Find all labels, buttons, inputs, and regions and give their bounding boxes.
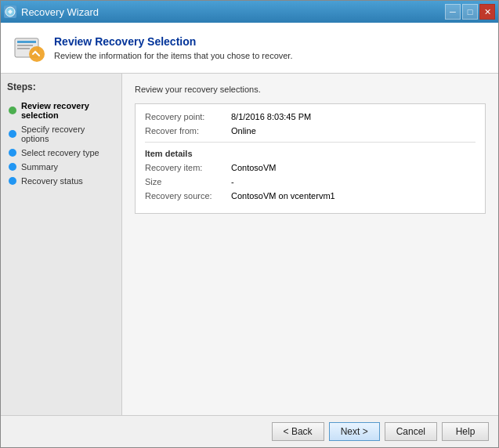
svg-rect-3: [17, 45, 33, 46]
sidebar-item-specify[interactable]: Specify recovery options: [7, 122, 115, 146]
step-dot-5: [9, 177, 16, 185]
footer: < Back Next > Cancel Help: [1, 415, 498, 447]
window-title: Recovery Wizard: [21, 6, 99, 18]
item-details-heading: Item details: [145, 142, 475, 158]
recovery-item-value: ContosoVM: [231, 163, 276, 172]
app-icon: [4, 5, 16, 18]
recover-from-row: Recover from: Online: [145, 126, 475, 135]
svg-rect-2: [17, 41, 36, 43]
sidebar-item-label-5: Recovery status: [21, 176, 83, 186]
recovery-item-row: Recovery item: ContosoVM: [145, 163, 475, 172]
sidebar-item-label-2: Specify recovery options: [21, 125, 114, 143]
sidebar-item-status[interactable]: Recovery status: [7, 174, 115, 188]
content-area: Steps: Review recovery selection Specify…: [1, 74, 498, 415]
svg-rect-4: [17, 48, 30, 49]
intro-text: Review your recovery selections.: [135, 85, 486, 94]
steps-heading: Steps:: [7, 81, 115, 92]
header-subtitle: Review the information for the items tha…: [54, 51, 292, 60]
window-controls: ─ □ ✕: [445, 4, 495, 20]
maximize-button[interactable]: □: [462, 4, 478, 20]
step-dot-1: [9, 107, 16, 114]
size-label: Size: [145, 177, 231, 186]
titlebar-left: Recovery Wizard: [4, 5, 99, 18]
recovery-source-value: ContosoVM on vcentervm1: [231, 191, 335, 201]
recovery-point-row: Recovery point: 8/1/2016 8:03:45 PM: [145, 112, 475, 121]
header-title: Review Recovery Selection: [54, 35, 292, 48]
cancel-button[interactable]: Cancel: [385, 422, 437, 441]
recovery-point-value: 8/1/2016 8:03:45 PM: [231, 112, 311, 121]
next-button[interactable]: Next >: [329, 422, 380, 441]
main-panel: Review your recovery selections. Recover…: [122, 74, 498, 415]
recovery-item-label: Recovery item:: [145, 163, 231, 172]
header-text: Review Recovery Selection Review the inf…: [54, 35, 292, 60]
sidebar: Steps: Review recovery selection Specify…: [1, 74, 122, 415]
size-row: Size -: [145, 177, 475, 186]
close-button[interactable]: ✕: [479, 4, 495, 20]
back-button[interactable]: < Back: [272, 422, 324, 441]
step-dot-3: [9, 149, 16, 157]
recovery-point-label: Recovery point:: [145, 112, 231, 121]
recovery-wizard-window: Recovery Wizard ─ □ ✕ Review Recovery Se…: [0, 0, 499, 448]
minimize-button[interactable]: ─: [445, 4, 461, 20]
sidebar-item-summary[interactable]: Summary: [7, 160, 115, 174]
header-panel: Review Recovery Selection Review the inf…: [1, 23, 498, 74]
sidebar-item-select-type[interactable]: Select recovery type: [7, 146, 115, 160]
recover-from-value: Online: [231, 126, 256, 135]
sidebar-item-label-3: Select recovery type: [21, 148, 99, 157]
header-icon: [13, 32, 45, 63]
size-value: -: [231, 177, 234, 186]
recovery-source-label: Recovery source:: [145, 191, 231, 201]
sidebar-item-label-1: Review recovery selection: [21, 101, 114, 120]
step-dot-2: [9, 130, 16, 138]
titlebar: Recovery Wizard ─ □ ✕: [1, 1, 498, 23]
help-button[interactable]: Help: [442, 422, 489, 441]
step-dot-4: [9, 163, 16, 171]
sidebar-item-review[interactable]: Review recovery selection: [7, 99, 115, 122]
recovery-source-row: Recovery source: ContosoVM on vcentervm1: [145, 191, 475, 201]
info-table: Recovery point: 8/1/2016 8:03:45 PM Reco…: [135, 103, 486, 214]
recover-from-label: Recover from:: [145, 126, 231, 135]
sidebar-item-label-4: Summary: [21, 162, 58, 172]
